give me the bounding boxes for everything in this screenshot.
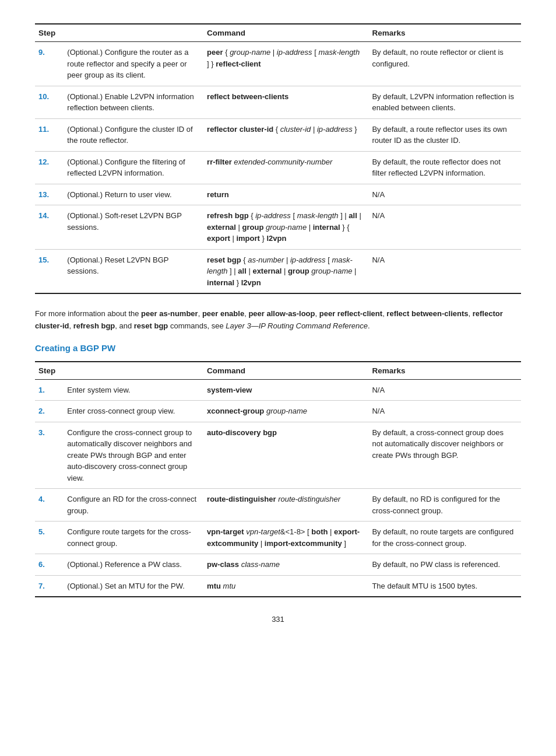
- table-row: 6.(Optional.) Reference a PW class.pw-cl…: [35, 554, 521, 576]
- table-row: 13.(Optional.) Return to user view.retur…: [35, 184, 521, 205]
- table-2: Step Command Remarks 1.Enter system view…: [35, 361, 521, 598]
- step-command: peer { group-name | ip-address [ mask-le…: [203, 42, 368, 86]
- table-row: 1.Enter system view.system-viewN/A: [35, 379, 521, 401]
- table-row: 4.Configure an RD for the cross-connect …: [35, 489, 521, 522]
- step-number: 6.: [35, 554, 64, 576]
- table-1: Step Command Remarks 9.(Optional.) Confi…: [35, 23, 521, 294]
- step-number: 14.: [35, 205, 64, 250]
- step-number: 9.: [35, 42, 64, 86]
- step-description: Configure route targets for the cross-co…: [64, 522, 203, 554]
- table-row: 15.(Optional.) Reset L2VPN BGP sessions.…: [35, 249, 521, 293]
- table-row: 12.(Optional.) Configure the filtering o…: [35, 151, 521, 184]
- step-command: auto-discovery bgp: [203, 422, 368, 489]
- step-command: pw-class class-name: [203, 554, 368, 576]
- table-row: 9.(Optional.) Configure the router as a …: [35, 42, 521, 86]
- col-cmd-1: [64, 24, 203, 42]
- col-command-1: Command: [203, 24, 368, 42]
- step-command: refresh bgp { ip-address [ mask-length ]…: [203, 205, 368, 250]
- table-row: 11.(Optional.) Configure the cluster ID …: [35, 118, 521, 151]
- table-row: 10.(Optional.) Enable L2VPN information …: [35, 86, 521, 118]
- step-number: 11.: [35, 118, 64, 151]
- step-description: Enter cross-connect group view.: [64, 401, 203, 422]
- step-number: 4.: [35, 489, 64, 522]
- step-remarks: N/A: [368, 249, 521, 293]
- step-remarks: By default, the route reflector does not…: [368, 151, 521, 184]
- step-remarks: By default, L2VPN information reflection…: [368, 86, 521, 118]
- step-number: 13.: [35, 184, 64, 205]
- table-row: 7.(Optional.) Set an MTU for the PW.mtu …: [35, 575, 521, 597]
- step-number: 2.: [35, 401, 64, 422]
- step-remarks: N/A: [368, 401, 521, 422]
- step-description: Configure the cross-connect group to aut…: [64, 422, 203, 489]
- step-remarks: By default, no route targets are configu…: [368, 522, 521, 554]
- col-remarks-1: Remarks: [368, 24, 521, 42]
- step-command: reflect between-clients: [203, 86, 368, 118]
- step-description: Enter system view.: [64, 379, 203, 401]
- reference-paragraph: For more information about the peer as-n…: [35, 308, 521, 332]
- step-command: reset bgp { as-number | ip-address [ mas…: [203, 249, 368, 293]
- table-row: 2.Enter cross-connect group view.xconnec…: [35, 401, 521, 422]
- step-description: (Optional.) Configure the filtering of r…: [64, 151, 203, 184]
- step-description: (Optional.) Configure the cluster ID of …: [64, 118, 203, 151]
- page-number: 331: [35, 615, 521, 624]
- step-remarks: By default, no PW class is referenced.: [368, 554, 521, 576]
- step-number: 3.: [35, 422, 64, 489]
- step-command: system-view: [203, 379, 368, 401]
- col-command-2: Command: [203, 362, 368, 380]
- table-row: 5.Configure route targets for the cross-…: [35, 522, 521, 554]
- step-number: 12.: [35, 151, 64, 184]
- step-description: (Optional.) Reference a PW class.: [64, 554, 203, 576]
- step-remarks: By default, a cross-connect group does n…: [368, 422, 521, 489]
- step-command: reflector cluster-id { cluster-id | ip-a…: [203, 118, 368, 151]
- step-description: (Optional.) Return to user view.: [64, 184, 203, 205]
- col-remarks-2: Remarks: [368, 362, 521, 380]
- step-remarks: The default MTU is 1500 bytes.: [368, 575, 521, 597]
- step-command: mtu mtu: [203, 575, 368, 597]
- step-remarks: By default, no route reflector or client…: [368, 42, 521, 86]
- table-row: 14.(Optional.) Soft-reset L2VPN BGP sess…: [35, 205, 521, 250]
- step-remarks: N/A: [368, 379, 521, 401]
- step-remarks: N/A: [368, 184, 521, 205]
- step-description: (Optional.) Configure the router as a ro…: [64, 42, 203, 86]
- step-description: (Optional.) Set an MTU for the PW.: [64, 575, 203, 597]
- col-cmd-2: [64, 362, 203, 380]
- step-remarks: N/A: [368, 205, 521, 250]
- step-command: vpn-target vpn-target&<1-8> [ both | exp…: [203, 522, 368, 554]
- step-remarks: By default, a route reflector uses its o…: [368, 118, 521, 151]
- step-command: route-distinguisher route-distinguisher: [203, 489, 368, 522]
- step-description: (Optional.) Reset L2VPN BGP sessions.: [64, 249, 203, 293]
- step-number: 7.: [35, 575, 64, 597]
- step-number: 10.: [35, 86, 64, 118]
- step-number: 5.: [35, 522, 64, 554]
- col-step-1: Step: [35, 24, 64, 42]
- step-command: return: [203, 184, 368, 205]
- step-description: (Optional.) Enable L2VPN information ref…: [64, 86, 203, 118]
- section-title-bgp-pw: Creating a BGP PW: [35, 343, 521, 353]
- col-step-2: Step: [35, 362, 64, 380]
- step-description: Configure an RD for the cross-connect gr…: [64, 489, 203, 522]
- step-description: (Optional.) Soft-reset L2VPN BGP session…: [64, 205, 203, 250]
- step-command: rr-filter extended-community-number: [203, 151, 368, 184]
- table-row: 3.Configure the cross-connect group to a…: [35, 422, 521, 489]
- step-number: 15.: [35, 249, 64, 293]
- step-number: 1.: [35, 379, 64, 401]
- step-remarks: By default, no RD is configured for the …: [368, 489, 521, 522]
- step-command: xconnect-group group-name: [203, 401, 368, 422]
